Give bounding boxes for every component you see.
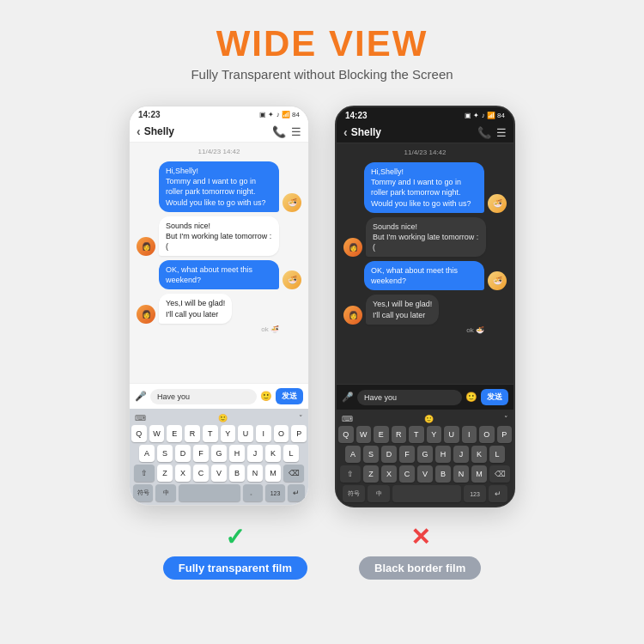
input-field-left[interactable]: Have you [150, 389, 257, 404]
key-rj[interactable]: J [453, 446, 469, 463]
bottom-labels: ✓ Fully transparent film ✕ Black border … [163, 523, 481, 580]
kb-icon-1[interactable]: ⌨ [135, 414, 146, 422]
key-rn[interactable]: N [453, 465, 469, 483]
key-enter[interactable]: ↵ [288, 484, 305, 501]
bubble-1-right: Hi,Shelly!Tommy and I want to go in roll… [364, 162, 484, 213]
menu-icon-right[interactable]: ☰ [496, 126, 507, 139]
key-v[interactable]: V [211, 465, 227, 482]
key-rsym[interactable]: 符号 [343, 485, 365, 502]
key-r[interactable]: R [185, 425, 200, 442]
key-rshift[interactable]: ⇧ [340, 465, 361, 483]
key-w[interactable]: W [149, 425, 165, 442]
label-transparent: ✓ Fully transparent film [163, 523, 307, 580]
mic-icon-right[interactable]: 🎤 [342, 392, 354, 403]
key-rz[interactable]: Z [363, 465, 379, 483]
key-rk[interactable]: K [471, 446, 487, 463]
key-x[interactable]: X [175, 465, 191, 482]
key-rcn[interactable]: 中 [368, 485, 390, 502]
key-s[interactable]: S [157, 445, 173, 462]
msg-row-3-left: OK, what about meet this weekend? 🍜 [137, 260, 301, 289]
kb-icon-2[interactable]: 🙂 [218, 414, 228, 422]
key-renter[interactable]: ↵ [489, 485, 507, 502]
key-e[interactable]: E [167, 425, 182, 442]
key-delete[interactable]: ⌫ [283, 465, 304, 482]
key-rc[interactable]: C [399, 465, 415, 483]
key-rh[interactable]: H [435, 446, 451, 463]
key-ry[interactable]: Y [427, 426, 442, 443]
key-rr[interactable]: R [392, 426, 407, 443]
key-rx[interactable]: X [381, 465, 397, 483]
key-shift[interactable]: ⇧ [134, 465, 155, 482]
key-period[interactable]: 。 [243, 484, 263, 501]
key-c[interactable]: C [193, 465, 209, 482]
key-q[interactable]: Q [131, 425, 147, 442]
key-o[interactable]: O [274, 425, 289, 442]
key-p[interactable]: P [291, 425, 307, 442]
key-r123[interactable]: 123 [464, 485, 486, 502]
menu-icon-left[interactable]: ☰ [291, 125, 301, 138]
back-arrow-left[interactable]: ‹ [137, 125, 141, 138]
key-h[interactable]: H [229, 445, 245, 462]
avatar-right-3: 🍜 [283, 270, 301, 289]
key-rb[interactable]: B [435, 465, 451, 483]
back-arrow-right[interactable]: ‹ [343, 125, 348, 139]
key-rdelete[interactable]: ⌫ [489, 465, 510, 483]
kb-row-4-left: 符号 中 。 123 ↵ [131, 484, 307, 501]
kb-icon-r2[interactable]: 🙂 [424, 415, 434, 423]
key-ri[interactable]: I [462, 426, 477, 443]
key-z[interactable]: Z [157, 465, 173, 482]
avatar-left-2: 👩 [137, 237, 155, 256]
kb-icon-r1[interactable]: ⌨ [342, 415, 353, 423]
key-rl[interactable]: L [489, 446, 505, 463]
phone-icon-left[interactable]: 📞 [272, 125, 286, 138]
key-rp[interactable]: P [497, 426, 513, 443]
key-u[interactable]: U [238, 425, 253, 442]
key-l[interactable]: L [283, 445, 299, 462]
cross-mark-icon: ✕ [410, 523, 430, 551]
key-f[interactable]: F [193, 445, 209, 462]
key-rw[interactable]: W [356, 426, 372, 443]
bubble-1-left: Hi,Shelly!Tommy and I want to go in roll… [159, 161, 279, 212]
status-bar-right: 14:23 ▣ ✦ ♪ 📶 84 [337, 107, 513, 122]
key-i[interactable]: I [256, 425, 271, 442]
key-n[interactable]: N [247, 465, 263, 482]
send-button-right[interactable]: 发送 [481, 389, 508, 405]
key-b[interactable]: B [229, 465, 245, 482]
key-y[interactable]: Y [221, 425, 236, 442]
key-a[interactable]: A [139, 445, 155, 462]
key-m[interactable]: M [265, 465, 281, 482]
key-sym[interactable]: 符号 [133, 484, 153, 501]
emoji-icon-left[interactable]: 🙂 [260, 391, 272, 402]
key-rm[interactable]: M [471, 465, 487, 483]
key-rd[interactable]: D [381, 446, 397, 463]
key-rv[interactable]: V [417, 465, 433, 483]
key-rs[interactable]: S [363, 446, 379, 463]
key-rq[interactable]: Q [338, 426, 354, 443]
key-ru[interactable]: U [444, 426, 459, 443]
key-k[interactable]: K [265, 445, 281, 462]
kb-icon-3[interactable]: ˅ [299, 414, 303, 422]
key-123[interactable]: 123 [265, 484, 285, 501]
mic-icon-left[interactable]: 🎤 [135, 391, 147, 402]
key-cn[interactable]: 中 [155, 484, 175, 501]
key-rspace[interactable] [392, 485, 461, 502]
emoji-icon-right[interactable]: 🙂 [465, 392, 477, 403]
key-re[interactable]: E [374, 426, 389, 443]
msg-row-2-right: 👩 Sounds nice!But I'm working late tomor… [343, 217, 507, 257]
key-j[interactable]: J [247, 445, 263, 462]
send-button-left[interactable]: 发送 [276, 388, 303, 404]
key-rf[interactable]: F [399, 446, 415, 463]
phone-icon-right[interactable]: 📞 [477, 126, 491, 139]
input-field-right[interactable]: Have you [357, 390, 462, 405]
msg-row-1-left: Hi,Shelly!Tommy and I want to go in roll… [137, 161, 301, 212]
avatar-right-1r: 🍜 [488, 194, 507, 213]
key-t[interactable]: T [203, 425, 218, 442]
key-space[interactable] [179, 484, 240, 501]
key-rg[interactable]: G [417, 446, 433, 463]
kb-icon-r3[interactable]: ˅ [504, 415, 508, 423]
key-rt[interactable]: T [409, 426, 424, 443]
key-ro[interactable]: O [479, 426, 495, 443]
key-d[interactable]: D [175, 445, 191, 462]
key-ra[interactable]: A [345, 446, 361, 463]
key-g[interactable]: G [211, 445, 227, 462]
